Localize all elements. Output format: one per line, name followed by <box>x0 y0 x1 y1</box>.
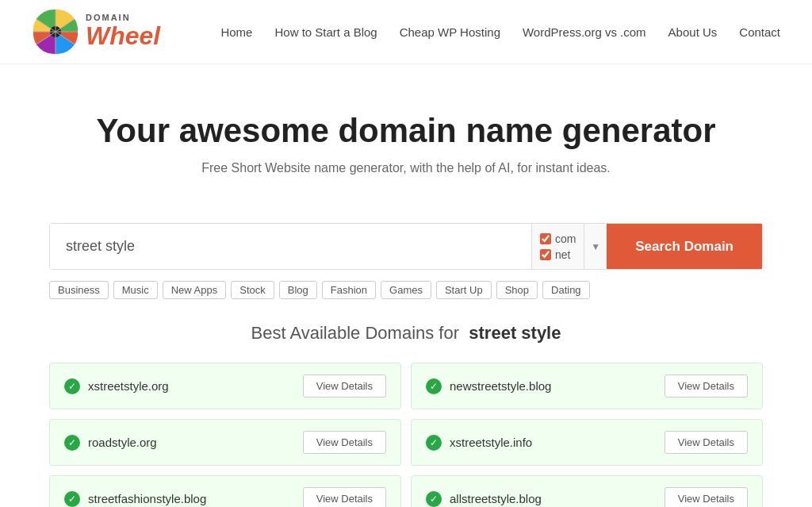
tag-business[interactable]: Business <box>49 281 109 299</box>
tag-dating[interactable]: Dating <box>542 281 590 299</box>
site-header: DOMAIN Wheel Home How to Start a Blog Ch… <box>0 0 812 64</box>
tag-fashion[interactable]: Fashion <box>322 281 376 299</box>
results-title-prefix: Best Available Domains for <box>251 323 460 343</box>
search-bar: com net ▼ Search Domain <box>49 223 763 270</box>
nav-home[interactable]: Home <box>220 25 252 39</box>
logo-wheel-text: Wheel <box>86 22 160 50</box>
domain-name-2: roadstyle.org <box>88 436 157 449</box>
tld-net-label: net <box>555 248 570 261</box>
domain-item-0: ✓ xstreetstyle.org View Details <box>49 363 401 409</box>
view-details-3[interactable]: View Details <box>665 431 748 454</box>
results-query: street style <box>469 323 561 343</box>
view-details-1[interactable]: View Details <box>665 374 748 398</box>
available-icon-2: ✓ <box>64 435 80 451</box>
available-icon-0: ✓ <box>64 378 80 394</box>
tld-com-row[interactable]: com <box>540 232 576 245</box>
hero-section: Your awesome domain name generator Free … <box>0 64 812 207</box>
tag-blog[interactable]: Blog <box>279 281 317 299</box>
tag-new-apps[interactable]: New Apps <box>163 281 227 299</box>
domain-name-3: xstreetstyle.info <box>450 436 532 449</box>
tag-startup[interactable]: Start Up <box>436 281 492 299</box>
domain-name-0: xstreetstyle.org <box>88 379 169 393</box>
search-section: com net ▼ Search Domain Business Music N… <box>17 207 795 299</box>
results-section: Best Available Domains for street style … <box>17 323 795 507</box>
results-title: Best Available Domains for street style <box>49 323 763 344</box>
view-details-2[interactable]: View Details <box>303 431 386 454</box>
search-button[interactable]: Search Domain <box>607 224 762 269</box>
hero-title: Your awesome domain name generator <box>32 112 780 150</box>
tld-net-row[interactable]: net <box>540 248 576 261</box>
nav-wpvs[interactable]: WordPress.org vs .com <box>523 25 646 39</box>
results-grid: ✓ xstreetstyle.org View Details ✓ newstr… <box>49 363 763 507</box>
tld-dropdown-arrow[interactable]: ▼ <box>584 224 607 269</box>
available-icon-4: ✓ <box>64 491 80 507</box>
tag-stock[interactable]: Stock <box>231 281 274 299</box>
tag-games[interactable]: Games <box>381 281 431 299</box>
view-details-5[interactable]: View Details <box>665 487 748 507</box>
search-input[interactable] <box>50 224 531 269</box>
tld-options: com net <box>531 224 584 269</box>
tld-net-checkbox[interactable] <box>540 249 551 260</box>
logo[interactable]: DOMAIN Wheel <box>32 8 160 56</box>
domain-item-1: ✓ newstreetstyle.blog View Details <box>411 363 763 409</box>
tld-com-label: com <box>555 232 576 245</box>
view-details-0[interactable]: View Details <box>303 374 386 398</box>
tld-com-checkbox[interactable] <box>540 233 551 244</box>
domain-item-3: ✓ xstreetstyle.info View Details <box>411 419 763 466</box>
nav-hosting[interactable]: Cheap WP Hosting <box>400 25 500 39</box>
nav-contact[interactable]: Contact <box>739 25 780 39</box>
domain-name-4: streetfashionstyle.blog <box>88 492 206 505</box>
tag-music[interactable]: Music <box>113 281 158 299</box>
tag-shop[interactable]: Shop <box>496 281 538 299</box>
nav-how-to[interactable]: How to Start a Blog <box>274 25 377 39</box>
tags-row: Business Music New Apps Stock Blog Fashi… <box>49 270 763 299</box>
view-details-4[interactable]: View Details <box>303 487 386 507</box>
available-icon-1: ✓ <box>426 378 442 394</box>
main-nav: Home How to Start a Blog Cheap WP Hostin… <box>220 25 780 39</box>
nav-about[interactable]: About Us <box>668 25 718 39</box>
logo-wheel-icon <box>32 8 79 56</box>
available-icon-5: ✓ <box>426 491 442 507</box>
domain-item-4: ✓ streetfashionstyle.blog View Details <box>49 475 401 507</box>
hero-subtitle: Free Short Website name generator, with … <box>32 161 780 175</box>
domain-item-2: ✓ roadstyle.org View Details <box>49 419 401 466</box>
domain-name-5: allstreetstyle.blog <box>450 492 542 505</box>
domain-name-1: newstreetstyle.blog <box>450 379 551 393</box>
domain-item-5: ✓ allstreetstyle.blog View Details <box>411 475 763 507</box>
available-icon-3: ✓ <box>426 435 442 451</box>
